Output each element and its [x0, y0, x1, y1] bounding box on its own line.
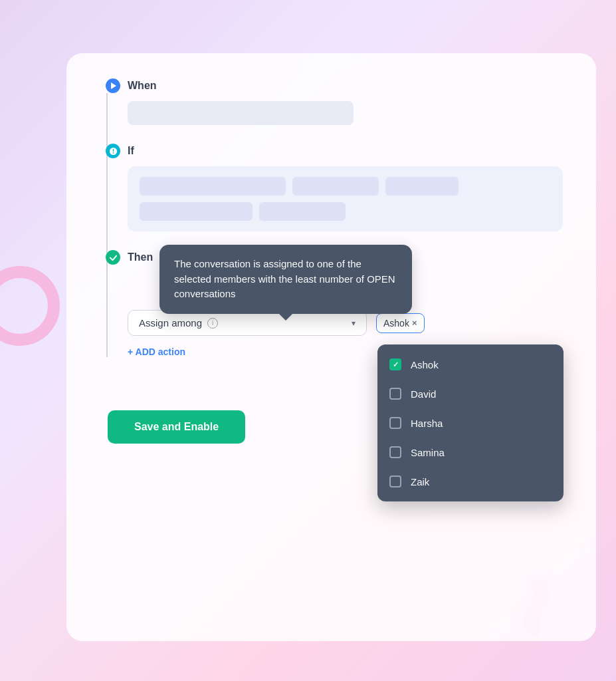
tooltip-bubble: The conversation is assigned to one of t…	[159, 245, 412, 314]
timeline: When If	[100, 80, 563, 357]
dropdown-ashok-label: Ashok	[411, 359, 439, 370]
if-pill-5	[259, 202, 346, 221]
dropdown-list: Ashok David Harsha Samina	[377, 344, 564, 501]
dropdown-item-ashok[interactable]: Ashok	[377, 350, 564, 379]
then-section: Then The conversation is assigned to one…	[120, 251, 563, 357]
when-icon	[106, 78, 120, 93]
checkbox-david[interactable]	[389, 388, 401, 400]
if-pill-4	[140, 202, 253, 221]
assign-dropdown-label: Assign among i	[139, 317, 218, 329]
dropdown-item-harsha[interactable]: Harsha	[377, 408, 564, 438]
dropdown-david-label: David	[411, 388, 436, 400]
chevron-down-icon: ▾	[352, 319, 356, 328]
tag-ashok-label: Ashok	[383, 318, 409, 329]
when-bar	[128, 101, 354, 125]
tag-input[interactable]: Ashok ×	[376, 313, 425, 333]
decorative-circle	[0, 266, 60, 346]
when-section: When	[120, 80, 563, 125]
if-label: If	[128, 145, 134, 157]
checkbox-samina[interactable]	[389, 446, 401, 458]
selected-tag-ashok: Ashok ×	[383, 318, 417, 329]
checkbox-harsha[interactable]	[389, 417, 401, 429]
dropdown-item-samina[interactable]: Samina	[377, 438, 564, 467]
svg-marker-0	[111, 82, 116, 89]
save-enable-button[interactable]: Save and Enable	[108, 410, 245, 444]
if-pill-2	[292, 177, 379, 196]
dropdown-item-david[interactable]: David	[377, 379, 564, 408]
then-icon	[106, 250, 120, 265]
assign-label: Assign among	[139, 317, 202, 329]
tag-close-button[interactable]: ×	[412, 318, 417, 328]
if-section: If	[120, 145, 563, 231]
then-label: Then	[128, 251, 153, 263]
tooltip-text: The conversation is assigned to one of t…	[174, 258, 395, 299]
assign-dropdown[interactable]: Assign among i ▾	[128, 310, 367, 336]
checkbox-ashok[interactable]	[389, 358, 401, 370]
dropdown-zaik-label: Zaik	[411, 476, 429, 487]
if-icon	[106, 144, 120, 158]
dropdown-harsha-label: Harsha	[411, 418, 443, 429]
timeline-line	[106, 93, 108, 357]
if-block	[128, 166, 563, 231]
if-pill-1	[140, 177, 286, 196]
dropdown-samina-label: Samina	[411, 447, 445, 458]
info-icon: i	[207, 318, 218, 329]
dropdown-item-zaik[interactable]: Zaik	[377, 467, 564, 496]
when-label: When	[128, 80, 157, 92]
if-pill-3	[385, 177, 459, 196]
checkbox-zaik[interactable]	[389, 476, 401, 487]
main-card: When If	[66, 53, 596, 641]
action-row: Assign among i ▾ Ashok × Asho	[128, 310, 563, 336]
